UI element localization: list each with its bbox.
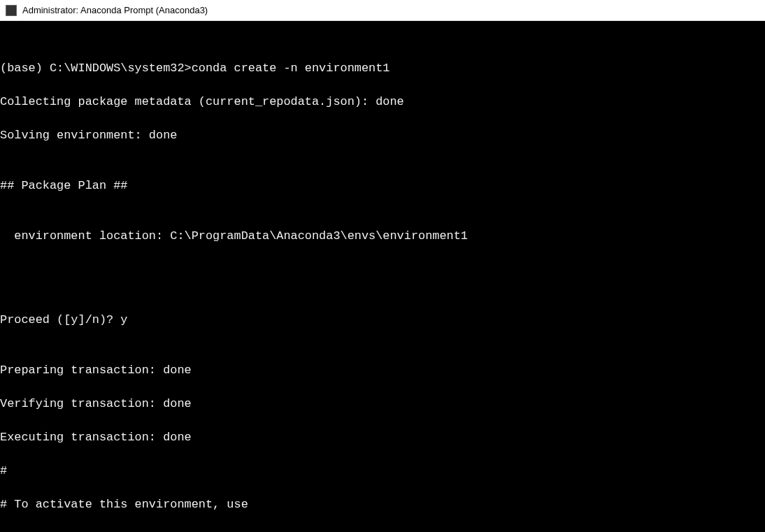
terminal-line: Verifying transaction: done: [0, 396, 765, 412]
terminal-output-area[interactable]: (base) C:\WINDOWS\system32>conda create …: [0, 21, 765, 532]
terminal-line: Collecting package metadata (current_rep…: [0, 94, 765, 110]
window-title: Administrator: Anaconda Prompt (Anaconda…: [22, 5, 208, 15]
terminal-line: Preparing transaction: done: [0, 362, 765, 379]
terminal-app-icon: [6, 5, 17, 16]
terminal-line: environment location: C:\ProgramData\Ana…: [0, 228, 765, 245]
terminal-line: # To activate this environment, use: [0, 496, 765, 513]
terminal-line: Proceed ([y]/n)? y: [0, 312, 765, 329]
terminal-line: Executing transaction: done: [0, 429, 765, 446]
terminal-line: (base) C:\WINDOWS\system32>conda create …: [0, 60, 765, 77]
terminal-line: ## Package Plan ##: [0, 178, 765, 194]
window-titlebar[interactable]: Administrator: Anaconda Prompt (Anaconda…: [0, 0, 765, 21]
terminal-line: #: [0, 463, 765, 480]
terminal-line: Solving environment: done: [0, 127, 765, 144]
